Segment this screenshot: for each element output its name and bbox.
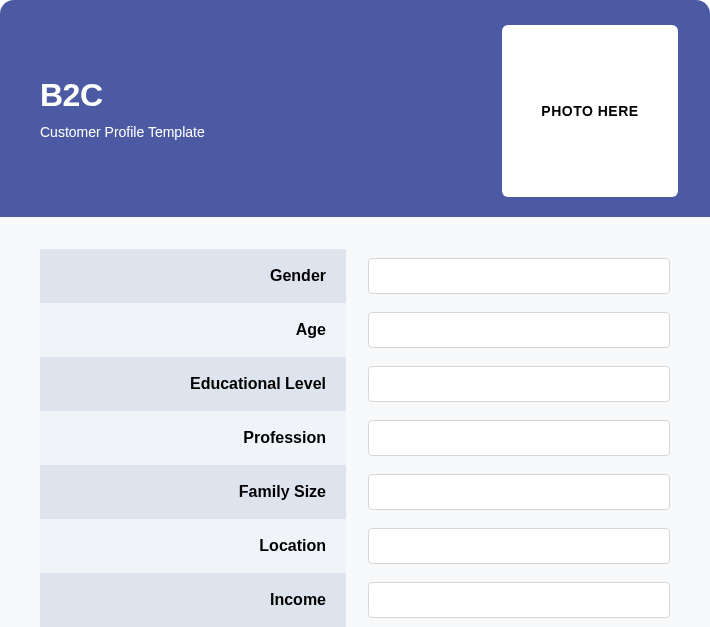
form-row-age: Age <box>40 303 670 357</box>
header-title: B2C <box>40 77 205 114</box>
form-row-educational-level: Educational Level <box>40 357 670 411</box>
gender-input[interactable] <box>368 258 670 294</box>
field-label: Profession <box>243 429 326 447</box>
label-cell: Income <box>40 573 346 627</box>
educational-level-input[interactable] <box>368 366 670 402</box>
field-label: Location <box>259 537 326 555</box>
income-input[interactable] <box>368 582 670 618</box>
profession-input[interactable] <box>368 420 670 456</box>
field-label: Income <box>270 591 326 609</box>
photo-label: PHOTO HERE <box>541 103 638 119</box>
form-body: Gender Age Educational Level <box>0 217 710 627</box>
input-cell <box>368 249 670 303</box>
input-cell <box>368 411 670 465</box>
profile-template: B2C Customer Profile Template PHOTO HERE… <box>0 0 710 627</box>
input-cell <box>368 303 670 357</box>
field-label: Family Size <box>239 483 326 501</box>
form-row-family-size: Family Size <box>40 465 670 519</box>
family-size-input[interactable] <box>368 474 670 510</box>
header-text: B2C Customer Profile Template <box>40 25 205 140</box>
form-row-profession: Profession <box>40 411 670 465</box>
label-cell: Profession <box>40 411 346 465</box>
input-cell <box>368 573 670 627</box>
input-cell <box>368 465 670 519</box>
form-row-location: Location <box>40 519 670 573</box>
field-label: Age <box>296 321 326 339</box>
form-row-income: Income <box>40 573 670 627</box>
header: B2C Customer Profile Template PHOTO HERE <box>0 0 710 217</box>
label-cell: Age <box>40 303 346 357</box>
field-label: Gender <box>270 267 326 285</box>
field-label: Educational Level <box>190 375 326 393</box>
label-cell: Educational Level <box>40 357 346 411</box>
label-cell: Family Size <box>40 465 346 519</box>
label-cell: Location <box>40 519 346 573</box>
location-input[interactable] <box>368 528 670 564</box>
input-cell <box>368 519 670 573</box>
form-row-gender: Gender <box>40 249 670 303</box>
form-wrapper: Gender Age Educational Level <box>40 249 670 627</box>
photo-placeholder[interactable]: PHOTO HERE <box>502 25 678 197</box>
age-input[interactable] <box>368 312 670 348</box>
label-cell: Gender <box>40 249 346 303</box>
input-cell <box>368 357 670 411</box>
header-subtitle: Customer Profile Template <box>40 124 205 140</box>
